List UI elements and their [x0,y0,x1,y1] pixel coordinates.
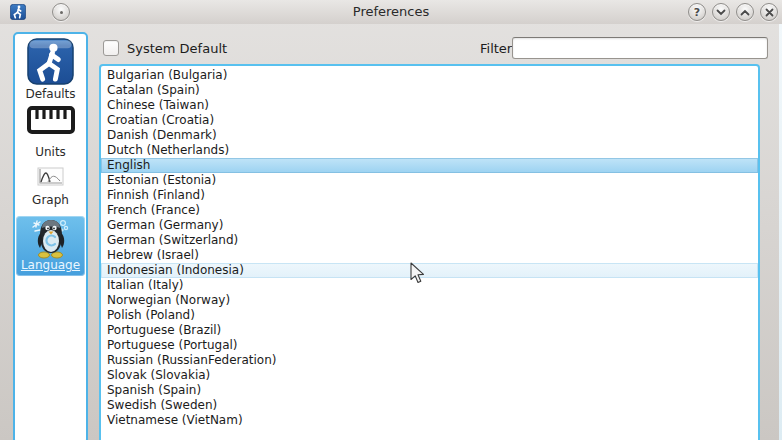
sidebar-item-graph[interactable]: Graph [16,161,85,207]
graph-icon [37,167,64,186]
filter-label: Filter [480,41,512,56]
sidebar-item-label: Language [21,258,80,272]
window-title: Preferences [0,4,782,19]
titlebar: Preferences ? [0,0,782,24]
sidebar-item-defaults[interactable]: Defaults [16,37,85,101]
sidebar-item-label: Graph [32,193,69,207]
hiker-icon [27,38,74,85]
list-item-language[interactable]: German (Switzerland) [101,233,758,248]
list-item-language[interactable]: Finnish (Finland) [101,188,758,203]
sidebar-category-list: Defaults Units [13,32,88,440]
filter-input[interactable] [512,37,768,59]
minimize-button[interactable] [712,3,730,21]
list-item-language[interactable]: Danish (Denmark) [101,128,758,143]
list-item-language[interactable]: Swedish (Sweden) [101,398,758,413]
list-item-language[interactable]: Russian (RussianFederation) [101,353,758,368]
penguin-icon [29,217,73,259]
list-item-language[interactable]: Catalan (Spain) [101,83,758,98]
list-item-language[interactable]: Portuguese (Brazil) [101,323,758,338]
list-item-language[interactable]: Hebrew (Israel) [101,248,758,263]
list-item-language[interactable]: Norwegian (Norway) [101,293,758,308]
list-item-language[interactable]: Bulgarian (Bulgaria) [101,68,758,83]
list-item-language[interactable]: Estonian (Estonia) [101,173,758,188]
sidebar-item-units[interactable]: Units [16,97,85,159]
list-item-language[interactable]: Dutch (Netherlands) [101,143,758,158]
system-default-label[interactable]: System Default [127,41,227,56]
list-item-language[interactable]: Polish (Poland) [101,308,758,323]
language-list: Bulgarian (Bulgaria)Catalan (Spain)Chine… [99,64,760,440]
help-icon: ? [694,6,700,19]
list-item-language[interactable]: Italian (Italy) [101,278,758,293]
list-item-language[interactable]: Vietnamese (VietNam) [101,413,758,428]
close-icon [765,8,774,17]
list-item-language[interactable]: Chinese (Taiwan) [101,98,758,113]
list-item-language[interactable]: German (Germany) [101,218,758,233]
chevron-up-icon [740,9,750,16]
sidebar-item-language[interactable]: Language [16,216,85,276]
list-item-language[interactable]: French (France) [101,203,758,218]
ruler-icon [27,106,75,134]
maximize-button[interactable] [736,3,754,21]
list-item-language[interactable]: Slovak (Slovakia) [101,368,758,383]
list-item-language[interactable]: Croatian (Croatia) [101,113,758,128]
mouse-cursor [410,262,425,284]
chevron-down-icon [716,9,726,16]
list-item-language[interactable]: English [101,158,758,173]
list-item-language[interactable]: Portuguese (Portugal) [101,338,758,353]
sidebar-item-label: Units [35,145,66,159]
close-button[interactable] [760,3,778,21]
system-default-checkbox[interactable] [103,40,119,56]
help-button[interactable]: ? [688,3,706,21]
list-item-language[interactable]: Spanish (Spain) [101,383,758,398]
list-item-language[interactable]: Indonesian (Indonesia) [101,263,758,278]
